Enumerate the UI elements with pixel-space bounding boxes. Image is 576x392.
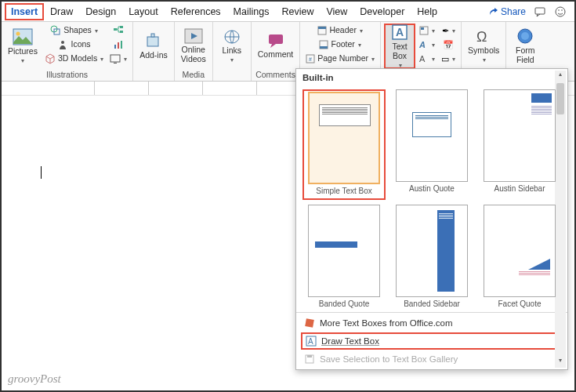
chart-button[interactable] bbox=[107, 38, 129, 52]
form-field-button[interactable]: Form Field bbox=[509, 24, 541, 69]
scroll-up-icon[interactable]: ▴ bbox=[555, 71, 566, 82]
gallery-item-label: Austin Sidebar bbox=[494, 182, 545, 195]
symbols-label: Symbols bbox=[468, 46, 499, 56]
text-box-button[interactable]: A Text Box▾ bbox=[384, 24, 415, 69]
video-icon bbox=[184, 28, 203, 44]
wordart-icon: A bbox=[419, 40, 429, 49]
svg-point-8 bbox=[61, 41, 64, 44]
scroll-thumb[interactable] bbox=[556, 83, 564, 114]
page-number-label: Page Number bbox=[317, 54, 368, 64]
object-button[interactable]: ▭▾ bbox=[439, 52, 458, 66]
shapes-icon bbox=[50, 25, 61, 36]
signature-button[interactable]: ✒▾ bbox=[439, 24, 458, 38]
tab-references[interactable]: References bbox=[165, 3, 227, 20]
footer-button[interactable]: Footer▾ bbox=[303, 38, 377, 52]
gallery-item-label: Banded Quote bbox=[319, 297, 370, 310]
svg-text:A: A bbox=[308, 337, 313, 346]
tab-mailings[interactable]: Mailings bbox=[227, 3, 276, 20]
tab-layout[interactable]: Layout bbox=[122, 3, 165, 20]
tab-insert[interactable]: Insert bbox=[5, 3, 44, 20]
tab-help[interactable]: Help bbox=[411, 3, 444, 20]
svg-rect-0 bbox=[535, 8, 545, 14]
group-addins-label bbox=[136, 69, 171, 81]
svg-rect-12 bbox=[114, 45, 116, 49]
svg-rect-15 bbox=[110, 55, 120, 62]
group-comments-label: Comments bbox=[255, 69, 297, 81]
gallery-item-simple-text-box[interactable]: Simple Text Box bbox=[302, 89, 386, 200]
group-links-label bbox=[216, 69, 248, 81]
feedback-button[interactable] bbox=[554, 5, 567, 18]
smartart-button[interactable] bbox=[107, 24, 129, 38]
group-illustrations-label: Illustrations bbox=[5, 69, 129, 81]
text-box-gallery: ▴ ▾ Built-in Simple Text Box Austin Quot… bbox=[295, 68, 568, 370]
symbols-button[interactable]: Ω Symbols▾ bbox=[465, 24, 502, 69]
tab-design[interactable]: Design bbox=[79, 3, 122, 20]
comments-button[interactable] bbox=[534, 5, 546, 18]
group-illustrations: Pictures ▾ Shapes▾ Icons 3D Models▾ bbox=[2, 22, 133, 81]
svg-rect-23 bbox=[318, 27, 326, 29]
share-button[interactable]: Share bbox=[489, 6, 526, 17]
comment-button[interactable]: Comment bbox=[255, 24, 297, 69]
gallery-header: Built-in bbox=[296, 69, 567, 86]
icons-button[interactable]: Icons bbox=[42, 38, 106, 52]
gallery-item-facet-quote[interactable]: Facet Quote bbox=[478, 205, 561, 310]
page-number-button[interactable]: #Page Number▾ bbox=[303, 52, 377, 66]
tab-view[interactable]: View bbox=[320, 3, 353, 20]
office-icon bbox=[304, 318, 315, 328]
share-icon bbox=[489, 7, 498, 16]
save-selection-label: Save Selection to Text Box Gallery bbox=[320, 354, 458, 364]
icons-label: Icons bbox=[71, 40, 90, 49]
gallery-item-austin-quote[interactable]: Austin Quote bbox=[390, 89, 473, 200]
chart-icon bbox=[113, 39, 124, 50]
links-label: Links bbox=[222, 46, 241, 56]
gallery-item-label: Austin Quote bbox=[409, 182, 455, 195]
gallery-scrollbar[interactable]: ▴ ▾ bbox=[555, 71, 566, 368]
screenshot-icon bbox=[110, 53, 121, 64]
svg-rect-13 bbox=[118, 42, 119, 49]
draw-text-box-button[interactable]: A Draw Text Box bbox=[301, 332, 563, 350]
addins-label: Add-ins bbox=[139, 51, 168, 60]
group-links: Links▾ bbox=[213, 22, 252, 81]
group-comments: Comment Comments bbox=[252, 22, 301, 81]
quick-parts-button[interactable]: ▾ bbox=[417, 24, 437, 38]
form-field-icon bbox=[516, 27, 534, 45]
text-box-icon: A bbox=[391, 24, 408, 41]
scroll-down-icon[interactable]: ▾ bbox=[555, 357, 566, 368]
shapes-button[interactable]: Shapes▾ bbox=[42, 24, 106, 38]
online-videos-button[interactable]: Online Videos bbox=[178, 24, 209, 69]
svg-text:Ω: Ω bbox=[476, 29, 487, 45]
addins-icon bbox=[145, 32, 162, 49]
pictures-button[interactable]: Pictures ▾ bbox=[5, 24, 41, 69]
svg-rect-14 bbox=[121, 41, 122, 49]
signature-icon: ✒ bbox=[442, 26, 449, 36]
addins-button[interactable]: Add-ins bbox=[136, 24, 171, 69]
svg-rect-18 bbox=[151, 34, 154, 37]
comment-label: Comment bbox=[258, 50, 294, 60]
svg-rect-11 bbox=[120, 31, 123, 33]
svg-rect-16 bbox=[114, 63, 117, 64]
tab-draw[interactable]: Draw bbox=[44, 3, 79, 20]
screenshot-button[interactable]: ▾ bbox=[107, 52, 129, 66]
svg-point-3 bbox=[561, 9, 563, 11]
svg-text:A: A bbox=[419, 54, 426, 64]
smartart-icon bbox=[113, 25, 124, 36]
gallery-item-banded-quote[interactable]: Banded Quote bbox=[302, 205, 386, 310]
watermark: groovyPost bbox=[8, 372, 61, 386]
gallery-item-austin-sidebar[interactable]: Austin Sidebar bbox=[478, 89, 561, 200]
gallery-footer: More Text Boxes from Office.com › A Draw… bbox=[296, 312, 567, 369]
wordart-button[interactable]: A▾ bbox=[417, 38, 437, 52]
tab-review[interactable]: Review bbox=[275, 3, 320, 20]
3d-models-button[interactable]: 3D Models▾ bbox=[42, 52, 106, 66]
calendar-icon: 📅 bbox=[443, 40, 454, 50]
datetime-button[interactable]: 📅 bbox=[439, 38, 458, 52]
gallery-item-banded-sidebar[interactable]: Banded Sidebar bbox=[390, 205, 473, 310]
svg-rect-31 bbox=[421, 27, 424, 30]
gallery-item-label: Banded Sidebar bbox=[404, 297, 460, 310]
tab-developer[interactable]: Developer bbox=[353, 3, 411, 20]
save-selection-button: Save Selection to Text Box Gallery bbox=[296, 350, 567, 368]
drop-cap-button[interactable]: A▾ bbox=[417, 52, 437, 66]
links-button[interactable]: Links▾ bbox=[216, 24, 248, 69]
header-button[interactable]: Header▾ bbox=[303, 24, 377, 38]
ribbon-tabs: Insert Draw Design Layout References Mai… bbox=[2, 2, 574, 22]
more-text-boxes-button[interactable]: More Text Boxes from Office.com › bbox=[296, 314, 567, 332]
